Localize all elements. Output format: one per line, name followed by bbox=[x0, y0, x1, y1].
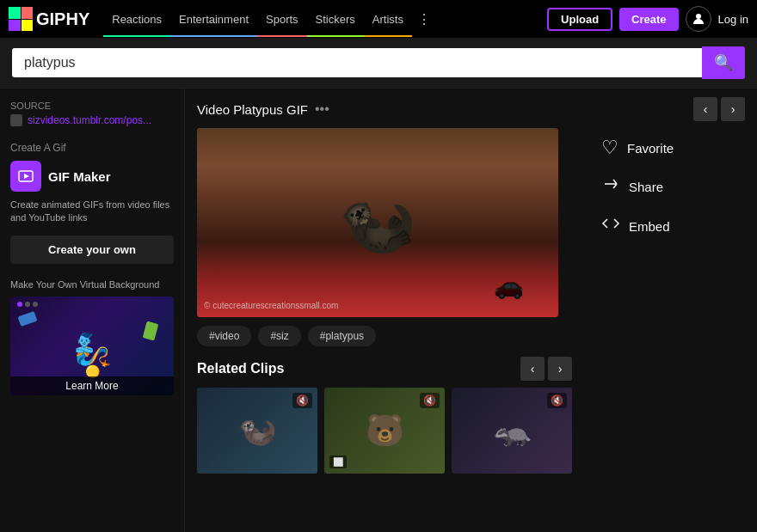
next-arrow[interactable]: › bbox=[721, 97, 745, 121]
virtual-bg-image: 🧞 🟡 Learn More bbox=[10, 297, 174, 395]
logo-icon bbox=[9, 7, 33, 31]
learn-more-label[interactable]: Learn More bbox=[10, 376, 174, 395]
share-action[interactable]: Share bbox=[601, 174, 722, 199]
upload-button[interactable]: Upload bbox=[547, 8, 612, 31]
user-icon[interactable] bbox=[686, 6, 711, 32]
source-label: Source bbox=[10, 101, 174, 111]
embed-label: Embed bbox=[629, 219, 670, 234]
favorite-label: Favorite bbox=[627, 141, 674, 156]
create-own-button[interactable]: Create your own bbox=[10, 235, 174, 264]
related-title: Related Clips bbox=[197, 361, 284, 376]
svg-point-0 bbox=[696, 14, 701, 19]
content-more[interactable]: ••• bbox=[315, 101, 329, 117]
tag-video[interactable]: #video bbox=[197, 326, 251, 346]
related-item-2[interactable]: 🐻 🔇 ⬜ bbox=[324, 388, 445, 474]
related-item-1[interactable]: 🦦 🔇 bbox=[197, 388, 317, 474]
more-button[interactable]: ⋮ bbox=[412, 11, 436, 28]
gif-container: 🦦 🚗 © cutecreaturescreationssmall.com bbox=[197, 128, 572, 317]
nav-sports[interactable]: Sports bbox=[257, 13, 307, 26]
virtual-bg-label: Make Your Own Virtual Background bbox=[10, 279, 174, 290]
window-dots bbox=[17, 302, 38, 307]
sound-icon-1: 🔇 bbox=[292, 393, 312, 408]
deco-element2 bbox=[143, 321, 159, 340]
heart-icon: ♡ bbox=[601, 137, 619, 159]
nav-reactions[interactable]: Reactions bbox=[103, 13, 170, 26]
favorite-action[interactable]: ♡ Favorite bbox=[601, 137, 722, 159]
search-bar: 🔍 bbox=[0, 38, 757, 89]
gif-maker-desc: Create animated GIFs from video files an… bbox=[10, 199, 174, 225]
gif-maker-row: GIF Maker bbox=[10, 161, 174, 192]
logo-text: GIPHY bbox=[36, 9, 89, 29]
nav-arrows: ‹ › bbox=[693, 97, 745, 121]
actions-panel: ♡ Favorite Share bbox=[584, 128, 722, 474]
tags: #video #siz #platypus bbox=[197, 326, 572, 346]
related-item-3[interactable]: 🦡 🔇 bbox=[452, 388, 572, 474]
tag-platypus[interactable]: #platypus bbox=[308, 326, 376, 346]
sidebar: Source sizvideos.tumblr.com/pos... Creat… bbox=[0, 89, 185, 532]
gif-maker-label: GIF Maker bbox=[48, 169, 111, 184]
share-icon bbox=[601, 174, 620, 199]
header-right: Upload Create Log in bbox=[547, 6, 748, 32]
logo[interactable]: GIPHY bbox=[9, 7, 89, 31]
expand-icon-2: ⬜ bbox=[329, 456, 347, 468]
tag-siz[interactable]: #siz bbox=[258, 326, 300, 346]
source-icon bbox=[10, 114, 22, 126]
related-next[interactable]: › bbox=[548, 357, 572, 381]
related-nav-arrows: ‹ › bbox=[520, 357, 572, 381]
gif-and-tags: 🦦 🚗 © cutecreaturescreationssmall.com #v… bbox=[197, 128, 572, 474]
nav-links: Reactions Entertainment Sports Stickers … bbox=[103, 11, 436, 28]
embed-icon bbox=[601, 214, 620, 238]
gif-maker-icon bbox=[10, 161, 41, 192]
create-gif-label: Create A Gif bbox=[10, 142, 174, 154]
main-gif: 🦦 🚗 © cutecreaturescreationssmall.com bbox=[197, 128, 558, 317]
nav-artists[interactable]: Artists bbox=[364, 13, 412, 26]
content-body: 🦦 🚗 © cutecreaturescreationssmall.com #v… bbox=[197, 128, 745, 474]
related-grid: 🦦 🔇 🐻 🔇 ⬜ 🦡 🔇 bbox=[197, 388, 572, 474]
sound-icon-2: 🔇 bbox=[420, 393, 440, 408]
header: GIPHY Reactions Entertainment Sports Sti… bbox=[0, 0, 757, 38]
deco-element bbox=[18, 311, 38, 327]
prev-arrow[interactable]: ‹ bbox=[693, 97, 717, 121]
embed-action[interactable]: Embed bbox=[601, 214, 722, 238]
svg-marker-2 bbox=[24, 174, 29, 179]
nav-entertainment[interactable]: Entertainment bbox=[170, 13, 257, 26]
content-header: Video Platypus GIF ••• ‹ › bbox=[197, 97, 745, 121]
share-label: Share bbox=[629, 180, 663, 194]
main-content: Source sizvideos.tumblr.com/pos... Creat… bbox=[0, 89, 757, 532]
related-prev[interactable]: ‹ bbox=[520, 357, 545, 381]
related-header: Related Clips ‹ › bbox=[197, 357, 572, 381]
sound-icon-3: 🔇 bbox=[547, 393, 567, 408]
content-title: Video Platypus GIF ••• bbox=[197, 101, 329, 117]
character: 🧞 🟡 bbox=[73, 332, 112, 378]
content-area: Video Platypus GIF ••• ‹ › 🦦 🚗 bbox=[185, 89, 757, 532]
nav-stickers[interactable]: Stickers bbox=[307, 13, 364, 26]
search-input[interactable] bbox=[12, 48, 702, 77]
search-button[interactable]: 🔍 bbox=[702, 46, 745, 79]
source-url[interactable]: sizvideos.tumblr.com/pos... bbox=[10, 114, 174, 126]
login-button[interactable]: Log in bbox=[718, 13, 748, 26]
gif-watermark: © cutecreaturescreationssmall.com bbox=[204, 301, 338, 310]
create-button[interactable]: Create bbox=[619, 8, 678, 31]
